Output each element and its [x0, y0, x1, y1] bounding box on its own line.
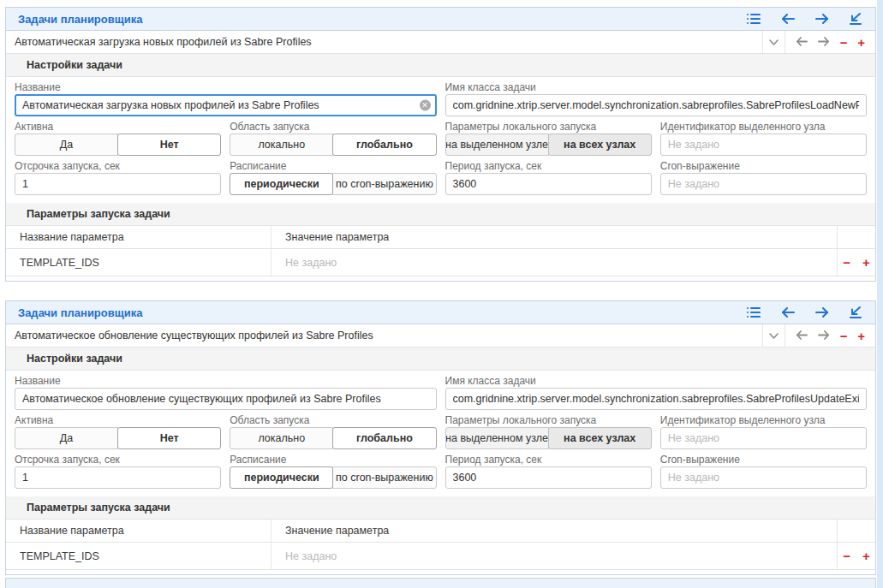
arrow-right-icon[interactable] [815, 14, 829, 24]
panel-title: Задачи планировщика [18, 306, 747, 319]
class-input[interactable] [445, 388, 868, 410]
remove-param-minus-icon[interactable]: − [843, 549, 850, 562]
param-actions-header [838, 226, 875, 248]
task-settings-form: Название Имя класса задачи Активна Да Не… [6, 371, 875, 496]
cron-input[interactable] [660, 466, 867, 489]
active-option-yes[interactable]: Да [15, 427, 118, 449]
remove-task-minus-icon[interactable]: − [840, 36, 848, 49]
next-task-arrow-icon[interactable] [818, 34, 830, 50]
node-id-input[interactable] [660, 427, 867, 449]
schedule-toggle: периодически по cron-выражению [230, 466, 436, 489]
remove-task-minus-icon[interactable]: − [840, 330, 848, 342]
panel-header-toolbar [747, 306, 863, 318]
prev-task-arrow-icon[interactable] [796, 34, 808, 50]
local-params-label: Параметры локального запуска [445, 121, 652, 134]
panel-title: Задачи планировщика [18, 13, 747, 26]
param-actions-cell: − + [838, 249, 875, 276]
local-params-toggle: на выделенном узле на всех узлах [445, 134, 652, 156]
schedule-toggle: периодически по cron-выражению [230, 173, 436, 195]
delay-field: Отсрочка запуска, сек [15, 454, 221, 489]
panel-header: Задачи планировщика [6, 301, 875, 324]
panel: Задачи планировщика [5, 300, 876, 575]
schedule-option-periodic[interactable]: периодически [230, 173, 333, 195]
param-value-cell[interactable]: Не задано [271, 543, 838, 569]
scheduler-panel-1: Задачи планировщика [0, 0, 883, 282]
local-params-label: Параметры локального запуска [445, 414, 652, 427]
arrow-left-icon[interactable] [781, 307, 795, 318]
task-nav-controls: − + [785, 31, 875, 53]
local-params-option-all-nodes[interactable]: на всех узлах [548, 134, 652, 156]
add-task-plus-icon[interactable]: + [857, 36, 865, 49]
name-input[interactable] [15, 388, 437, 410]
scope-label: Область запуска [230, 414, 436, 427]
active-label: Активна [15, 414, 221, 427]
active-toggle: Да Нет [15, 427, 221, 449]
active-option-yes[interactable]: Да [15, 134, 118, 156]
param-name-cell[interactable]: TEMPLATE_IDS [6, 543, 271, 569]
period-input[interactable] [445, 466, 652, 489]
menu-list-icon[interactable] [747, 13, 761, 25]
add-task-plus-icon[interactable]: + [857, 330, 865, 342]
chevron-down-icon[interactable] [762, 31, 785, 53]
period-label: Период запуска, сек [445, 160, 652, 173]
launch-params-table: Название параметра Значение параметра TE… [6, 226, 875, 281]
next-task-arrow-icon[interactable] [818, 328, 830, 343]
scrollbar[interactable] [877, 282, 883, 588]
class-label: Имя класса задачи [445, 81, 868, 94]
param-name-cell[interactable]: TEMPLATE_IDS [6, 249, 271, 276]
add-param-plus-icon[interactable]: + [862, 256, 870, 269]
arrow-left-icon[interactable] [781, 14, 795, 24]
dock-bottom-left-icon[interactable] [850, 13, 862, 25]
param-name-header: Название параметра [6, 226, 271, 248]
panel-header-toolbar [747, 13, 863, 25]
scrollbar[interactable] [877, 0, 883, 282]
prev-task-arrow-icon[interactable] [796, 328, 808, 343]
period-input[interactable] [445, 173, 652, 195]
local-params-option-selected-node[interactable]: на выделенном узле [445, 134, 549, 156]
clear-icon[interactable]: ✕ [420, 100, 431, 111]
arrow-right-icon[interactable] [815, 307, 829, 318]
schedule-field: Расписание периодически по cron-выражени… [230, 160, 436, 195]
settings-section-header: Настройки задачи [6, 54, 875, 77]
local-params-option-selected-node[interactable]: на выделенном узле [445, 427, 549, 449]
scope-option-global[interactable]: глобально [332, 427, 436, 449]
name-input[interactable] [15, 94, 437, 116]
class-input[interactable] [445, 94, 868, 116]
scope-option-local[interactable]: локально [230, 427, 333, 449]
next-panel-header-peek [5, 578, 876, 588]
add-param-plus-icon[interactable]: + [862, 549, 870, 562]
param-value-header: Значение параметра [271, 226, 838, 248]
class-field: Имя класса задачи [445, 375, 868, 410]
task-select[interactable]: Автоматическое обновление существующих п… [6, 324, 762, 347]
schedule-option-cron[interactable]: по cron-выражению [332, 173, 436, 195]
schedule-option-periodic[interactable]: периодически [230, 466, 333, 489]
panel-tail [6, 570, 875, 574]
scope-label: Область запуска [230, 121, 436, 134]
param-actions-cell: − + [838, 543, 875, 569]
task-select[interactable]: Автоматическая загрузка новых профилей и… [6, 31, 762, 53]
remove-param-minus-icon[interactable]: − [843, 256, 850, 269]
active-field: Активна Да Нет [15, 121, 221, 156]
param-actions-header [838, 520, 875, 542]
table-row: TEMPLATE_IDS Не задано − + [6, 543, 875, 570]
task-selector-row: Автоматическая загрузка новых профилей и… [6, 31, 875, 54]
table-header-row: Название параметра Значение параметра [6, 226, 875, 249]
name-label: Название [15, 81, 437, 94]
cron-input[interactable] [660, 173, 867, 195]
scope-option-local[interactable]: локально [230, 134, 333, 156]
active-option-no[interactable]: Нет [117, 427, 221, 449]
delay-input[interactable] [15, 466, 221, 489]
active-option-no[interactable]: Нет [117, 134, 221, 156]
local-params-option-all-nodes[interactable]: на всех узлах [548, 427, 652, 449]
scope-option-global[interactable]: глобально [332, 134, 436, 156]
schedule-option-cron[interactable]: по cron-выражению [332, 466, 436, 489]
param-value-cell[interactable]: Не задано [271, 249, 838, 276]
delay-field: Отсрочка запуска, сек [15, 160, 221, 195]
cron-field: Cron-выражение [660, 160, 867, 195]
dock-bottom-left-icon[interactable] [850, 306, 862, 318]
delay-input[interactable] [15, 173, 221, 195]
class-label: Имя класса задачи [445, 375, 868, 388]
node-id-input[interactable] [660, 134, 867, 156]
menu-list-icon[interactable] [747, 306, 761, 318]
chevron-down-icon[interactable] [762, 324, 785, 347]
